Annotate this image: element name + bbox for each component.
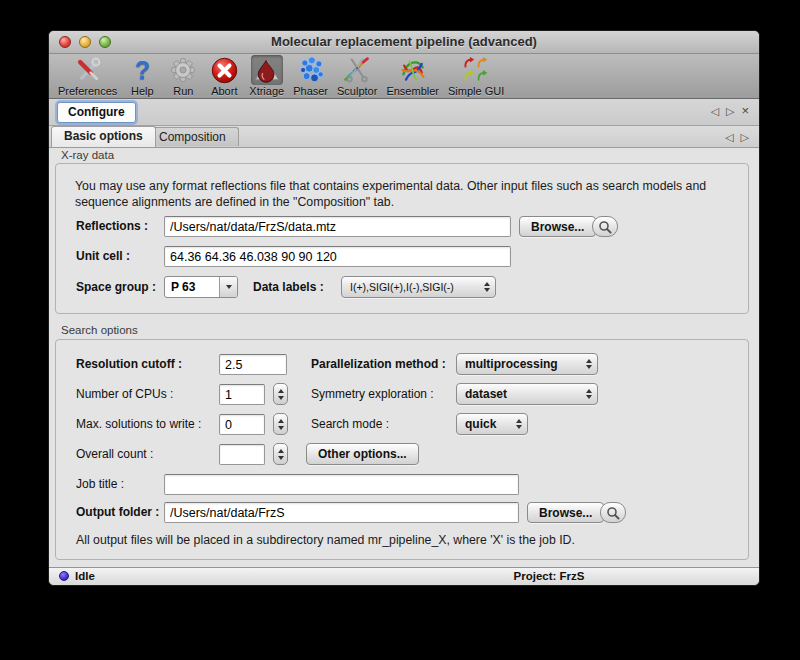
space-group-value: P 63 bbox=[165, 277, 219, 297]
max-solutions-input[interactable] bbox=[219, 414, 265, 435]
xray-description-line2: sequence alignments are defined in the "… bbox=[75, 195, 394, 209]
run-button[interactable]: Run bbox=[167, 55, 199, 97]
updown-arrows-icon bbox=[479, 282, 495, 292]
magnifier-icon bbox=[598, 220, 612, 234]
reflections-input[interactable] bbox=[164, 216, 511, 237]
symmetry-exploration-select[interactable]: dataset bbox=[456, 383, 598, 405]
document-tab-bar: Configure ◁ ▷ × bbox=[49, 99, 759, 126]
window-title: Molecular replacement pipeline (advanced… bbox=[49, 34, 759, 49]
symmetry-exploration-value: dataset bbox=[457, 387, 581, 401]
status-led-icon bbox=[59, 571, 69, 581]
phaser-molecule-icon bbox=[295, 55, 327, 85]
simple-gui-arrows-icon bbox=[460, 55, 492, 85]
max-solutions-label: Max. solutions to write : bbox=[76, 417, 201, 431]
project-label: Project: FrzS bbox=[429, 570, 669, 582]
reflections-view-button[interactable] bbox=[592, 216, 618, 237]
title-bar: Molecular replacement pipeline (advanced… bbox=[49, 31, 759, 54]
tool-label: Preferences bbox=[58, 85, 117, 97]
tool-label: Ensembler bbox=[386, 85, 439, 97]
job-title-input[interactable] bbox=[164, 474, 519, 495]
ensembler-ribbons-icon bbox=[397, 55, 429, 85]
tool-label: Abort bbox=[211, 85, 237, 97]
output-folder-view-button[interactable] bbox=[600, 502, 626, 523]
xray-group-label: X-ray data bbox=[61, 149, 114, 161]
unit-cell-label: Unit cell : bbox=[76, 249, 130, 263]
search-mode-select[interactable]: quick bbox=[456, 413, 528, 435]
basic-options-panel: X-ray data You may use any format reflec… bbox=[49, 148, 759, 567]
tab-basic-options[interactable]: Basic options bbox=[51, 126, 156, 147]
app-window: Molecular replacement pipeline (advanced… bbox=[48, 30, 760, 586]
parallelization-method-select[interactable]: multiprocessing bbox=[456, 353, 598, 375]
tab-composition[interactable]: Composition bbox=[146, 127, 239, 146]
overall-count-stepper[interactable] bbox=[273, 443, 288, 465]
preferences-button[interactable]: Preferences bbox=[58, 55, 117, 97]
updown-arrows-icon bbox=[511, 419, 527, 429]
search-mode-value: quick bbox=[457, 417, 511, 431]
notebook-scroll-left-icon[interactable]: ◁ bbox=[725, 130, 733, 145]
space-group-label: Space group : bbox=[76, 280, 156, 294]
parallelization-method-value: multiprocessing bbox=[457, 357, 581, 371]
xtriage-button[interactable]: Xtriage bbox=[249, 55, 284, 97]
help-question-icon: ? bbox=[126, 55, 158, 85]
tab-scroll-left-icon[interactable]: ◁ bbox=[710, 104, 718, 119]
reflections-label: Reflections : bbox=[76, 219, 148, 233]
sculptor-scissors-icon bbox=[341, 55, 373, 85]
parallelization-method-label: Parallelization method : bbox=[311, 357, 446, 371]
search-mode-label: Search mode : bbox=[311, 417, 389, 431]
toolbar: Preferences ? Help Run bbox=[49, 54, 759, 99]
tab-scroll-right-icon[interactable]: ▷ bbox=[726, 104, 734, 119]
simple-gui-button[interactable]: Simple GUI bbox=[448, 55, 504, 97]
other-options-button[interactable]: Other options... bbox=[306, 443, 419, 465]
number-of-cpus-label: Number of CPUs : bbox=[76, 387, 173, 401]
magnifier-icon bbox=[606, 506, 620, 520]
preferences-tools-icon bbox=[72, 55, 104, 85]
resolution-cutoff-input[interactable] bbox=[219, 354, 287, 375]
output-note: All output files will be placed in a sub… bbox=[76, 533, 575, 547]
abort-x-icon bbox=[208, 55, 240, 85]
xtriage-drop-icon bbox=[251, 55, 283, 85]
search-group-label: Search options bbox=[61, 324, 138, 336]
phaser-button[interactable]: Phaser bbox=[293, 55, 328, 97]
job-title-label: Job title : bbox=[76, 477, 124, 491]
tool-label: Phaser bbox=[293, 85, 328, 97]
updown-arrows-icon bbox=[581, 359, 597, 369]
space-group-combo[interactable]: P 63 bbox=[164, 276, 238, 298]
tool-label: Help bbox=[131, 85, 154, 97]
tool-label: Simple GUI bbox=[448, 85, 504, 97]
output-folder-input[interactable] bbox=[164, 502, 519, 523]
ensembler-button[interactable]: Ensembler bbox=[386, 55, 439, 97]
data-labels-value: I(+),SIGI(+),I(-),SIGI(-) bbox=[342, 281, 479, 293]
status-text: Idle bbox=[75, 570, 95, 582]
number-of-cpus-input[interactable] bbox=[219, 384, 265, 405]
output-folder-browse-button[interactable]: Browse... bbox=[527, 502, 604, 523]
resolution-cutoff-label: Resolution cutoff : bbox=[76, 357, 182, 371]
tool-label: Xtriage bbox=[249, 85, 284, 97]
tab-configure[interactable]: Configure bbox=[57, 102, 136, 123]
notebook-tab-bar: Basic options Composition ◁ ▷ bbox=[49, 126, 759, 148]
updown-arrows-icon bbox=[581, 389, 597, 399]
symmetry-exploration-label: Symmetry exploration : bbox=[311, 387, 434, 401]
xray-description-line1: You may use any format reflections file … bbox=[75, 179, 706, 193]
tool-label: Run bbox=[173, 85, 193, 97]
status-bar: Idle Project: FrzS bbox=[49, 567, 759, 585]
notebook-scroll-right-icon[interactable]: ▷ bbox=[741, 130, 749, 145]
unit-cell-input[interactable] bbox=[164, 246, 511, 267]
run-gear-icon bbox=[167, 55, 199, 85]
overall-count-label: Overall count : bbox=[76, 447, 153, 461]
overall-count-input[interactable] bbox=[219, 444, 265, 465]
number-of-cpus-stepper[interactable] bbox=[273, 383, 288, 405]
data-labels-select[interactable]: I(+),SIGI(+),I(-),SIGI(-) bbox=[341, 276, 496, 298]
data-labels-label: Data labels : bbox=[253, 280, 324, 294]
output-folder-label: Output folder : bbox=[76, 505, 159, 519]
tab-close-icon[interactable]: × bbox=[741, 104, 749, 119]
max-solutions-stepper[interactable] bbox=[273, 413, 288, 435]
abort-button[interactable]: Abort bbox=[208, 55, 240, 97]
sculptor-button[interactable]: Sculptor bbox=[337, 55, 377, 97]
help-button[interactable]: ? Help bbox=[126, 55, 158, 97]
reflections-browse-button[interactable]: Browse... bbox=[519, 216, 596, 237]
tool-label: Sculptor bbox=[337, 85, 377, 97]
dropdown-arrow-icon bbox=[219, 277, 237, 297]
